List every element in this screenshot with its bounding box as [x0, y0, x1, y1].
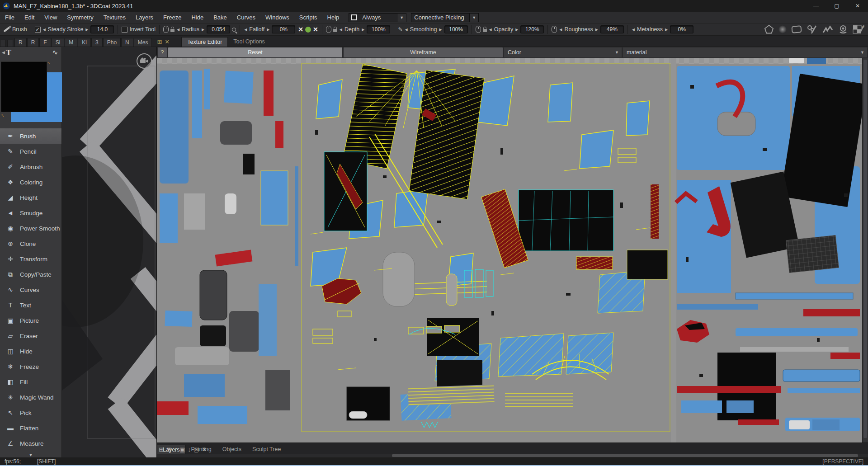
falloff-decrease[interactable]: ◀ [244, 28, 247, 32]
tool-list-item[interactable]: ❄ Freeze [0, 359, 61, 374]
opacity-increase[interactable]: ▶ [515, 28, 519, 32]
bottom-tab[interactable]: Painting [186, 445, 217, 454]
camera-icon[interactable] [137, 53, 152, 69]
close-tab-icon[interactable]: ✕ [165, 38, 170, 45]
document-tab[interactable]: N [121, 38, 133, 47]
tool-list-item[interactable]: ✛ Transform [0, 251, 61, 267]
more-tools-indicator[interactable]: ▾ [0, 453, 61, 457]
rounded-square-icon[interactable] [791, 25, 802, 34]
steady-stroke-checkbox[interactable]: ✓ [35, 27, 41, 33]
swap-colors-icon[interactable]: ↔ [0, 111, 7, 118]
tool-list-item[interactable]: ▣ Picture [0, 313, 61, 328]
primary-color-swatch[interactable] [1, 62, 47, 112]
lock-icon[interactable] [333, 29, 337, 32]
chevron-down-icon[interactable]: ▼ [397, 14, 406, 22]
steady-stroke-decrease[interactable]: ◀ [42, 28, 46, 32]
menu-item[interactable]: Textures [99, 12, 131, 23]
tool-list-item[interactable]: ◉ Power Smooth [0, 221, 61, 236]
help-button[interactable]: ? [158, 47, 167, 57]
document-tab[interactable]: Ki [78, 38, 91, 47]
roughness-decrease[interactable]: ◀ [559, 28, 562, 32]
menu-item[interactable]: Help [322, 12, 344, 23]
menu-item[interactable]: File [0, 12, 19, 23]
smoothing-decrease[interactable]: ◀ [405, 28, 408, 32]
falloff-increase[interactable]: ▶ [266, 28, 270, 32]
reset-button[interactable]: Reset [168, 47, 342, 57]
menu-item[interactable]: Symmetry [62, 12, 99, 23]
tool-list-item[interactable]: ⊕ Clone [0, 236, 61, 251]
tool-list-item[interactable]: ↖ Pick [0, 405, 61, 420]
menu-item[interactable]: View [39, 12, 62, 23]
falloff-dot-icon[interactable] [305, 27, 311, 33]
tool-list-item[interactable]: ◫ Hide [0, 344, 61, 359]
falloff-value[interactable]: 0% [272, 25, 295, 33]
horizontal-scrollbar[interactable] [157, 454, 868, 457]
opacity-decrease[interactable]: ◀ [489, 28, 492, 32]
metalness-value[interactable]: 0% [670, 25, 693, 33]
collapse-panel-icon[interactable]: ◀ [2, 50, 5, 55]
menu-item[interactable]: Windows [260, 12, 294, 23]
stroke-curve-icon[interactable]: ∿ [52, 48, 58, 56]
steady-stroke-value[interactable]: 14.0 [90, 25, 114, 33]
tool-list-item[interactable]: ❖ Coloring [0, 174, 61, 190]
gear-pencil-icon[interactable] [806, 24, 818, 34]
document-tab[interactable]: M [65, 38, 77, 47]
roughness-value[interactable]: 49% [600, 25, 624, 33]
metalness-increase[interactable]: ▶ [665, 28, 668, 32]
clear-icon[interactable]: ✕ [313, 26, 318, 33]
roughness-increase[interactable]: ▶ [595, 28, 599, 32]
always-checkbox[interactable] [351, 14, 357, 20]
material-dropdown[interactable]: material ▼ [623, 47, 867, 57]
document-tab[interactable]: R [27, 38, 39, 47]
opacity-value[interactable]: 120% [520, 25, 544, 33]
maximize-button[interactable]: ▢ [826, 0, 847, 12]
projector-icon[interactable] [838, 24, 849, 34]
depth-increase[interactable]: ▶ [361, 28, 365, 32]
always-dropdown[interactable]: Always ▼ [349, 13, 406, 22]
chevron-down-icon[interactable]: ▼ [469, 14, 478, 22]
menu-item[interactable]: Freeze [158, 12, 186, 23]
metalness-decrease[interactable]: ◀ [632, 28, 635, 32]
close-button[interactable]: ✕ [847, 0, 868, 12]
radius-value[interactable]: 0.054 [207, 25, 230, 33]
document-tab[interactable]: Pho [103, 38, 121, 47]
document-tab[interactable]: Si [52, 38, 65, 47]
radius-decrease[interactable]: ◀ [176, 28, 180, 32]
document-tab[interactable]: F [39, 38, 51, 47]
bottom-tab[interactable]: Layers [157, 445, 186, 454]
color-mode-dropdown[interactable]: Color ▼ [504, 47, 622, 57]
checker-materials-icon[interactable]: P [853, 24, 864, 34]
clear-icon[interactable]: ✕ [298, 26, 303, 33]
invert-tool-checkbox[interactable]: ✓ [122, 27, 127, 33]
menu-item[interactable]: Hide [186, 12, 208, 23]
strokes-icon[interactable] [822, 24, 834, 34]
smoothing-value[interactable]: 100% [444, 25, 468, 33]
connective-picking-dropdown[interactable]: Connective Picking ▼ [411, 13, 479, 22]
tool-list-item[interactable]: ▱ Eraser [0, 328, 61, 344]
document-tab[interactable]: Mes [134, 38, 152, 47]
3d-viewport[interactable] [62, 47, 157, 457]
document-tab[interactable]: R [14, 38, 27, 47]
tool-list-item[interactable]: ∠ Measure [0, 436, 61, 451]
tool-list-item[interactable]: ◧ Fill [0, 374, 61, 390]
menu-item[interactable]: Curves [232, 12, 260, 23]
vertical-scrollbar-thumb[interactable] [863, 60, 867, 438]
horizontal-scrollbar-thumb[interactable] [392, 454, 858, 457]
tool-list-item[interactable]: ∿ Curves [0, 282, 61, 297]
tool-list-item[interactable]: ✳ Magic Wand [0, 390, 61, 405]
stub-tab[interactable] [7, 40, 13, 47]
menu-item[interactable]: Scripts [294, 12, 322, 23]
tool-list-item[interactable]: ✒ Brush [0, 128, 61, 144]
soft-brush-icon[interactable] [778, 25, 787, 34]
tool-list-item[interactable]: ⧉ Copy/Paste [0, 267, 61, 282]
bottom-tab[interactable]: Objects [217, 445, 247, 454]
lock-icon[interactable] [483, 29, 487, 32]
swap-colors-icon[interactable]: ↔ [46, 59, 53, 66]
tab-texture-editor[interactable]: Texture Editor [181, 37, 228, 47]
bottom-tab[interactable]: Sculpt Tree [247, 445, 286, 454]
magnifier-icon[interactable] [232, 28, 236, 32]
tool-list-item[interactable]: ◢ Height [0, 190, 61, 205]
tool-list-item[interactable]: T Text [0, 297, 61, 313]
menu-item[interactable]: Bake [208, 12, 232, 23]
tab-tool-options[interactable]: Tool Options [228, 37, 270, 47]
